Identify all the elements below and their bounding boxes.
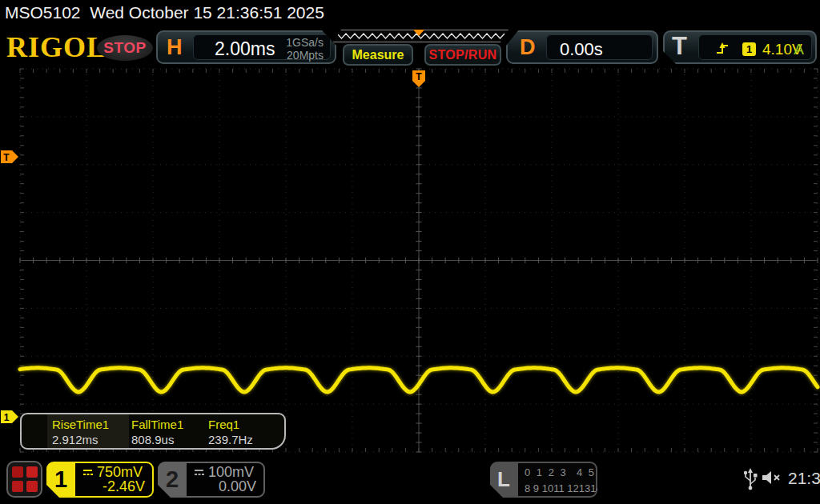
measurement-label: Freq1 xyxy=(208,418,253,431)
svg-text:T: T xyxy=(416,71,422,82)
grid-square-icon xyxy=(12,481,23,492)
measurement-item[interactable]: Freq1 239.7Hz xyxy=(208,414,253,448)
grid-square-icon xyxy=(26,466,38,478)
trigger-position-marker[interactable]: T xyxy=(412,70,425,87)
measurement-value: 808.9us xyxy=(131,433,183,446)
logic-channels: 0 1 2 3 4 5 6 7 8 9 1011 12131415 xyxy=(518,463,596,496)
channel1-offset-marker[interactable]: 1 xyxy=(1,410,18,423)
trigger-level-marker[interactable]: T xyxy=(1,150,18,163)
usb-icon xyxy=(743,466,758,492)
channel2-offset-value: 0.00V xyxy=(219,478,256,495)
channel2-status-block[interactable]: 2 100mV 0.00V xyxy=(158,462,265,498)
oscilloscope-screen: MSO5102 Wed October 15 21:36:51 2025 RIG… xyxy=(0,0,820,504)
dc-coupling-icon xyxy=(82,467,94,478)
svg-text:1: 1 xyxy=(4,412,10,423)
measurement-value: 239.7Hz xyxy=(208,433,253,446)
svg-text:T: T xyxy=(3,152,10,163)
grid-square-icon xyxy=(12,466,23,478)
measurement-label: RiseTime1 xyxy=(52,418,109,431)
measurement-item[interactable]: RiseTime1 2.912ms xyxy=(52,414,109,448)
measurement-label: FallTime1 xyxy=(131,418,183,431)
logic-row1: 0 1 2 3 4 5 6 7 xyxy=(525,465,596,481)
dc-coupling-icon xyxy=(193,467,205,478)
clock-time: 21:36 xyxy=(788,469,820,488)
logic-analyzer-block[interactable]: L 0 1 2 3 4 5 6 7 8 9 1011 12131415 xyxy=(490,462,597,498)
channel1-status-block[interactable]: 1 750mV -2.46V xyxy=(46,462,154,498)
measurement-results-box[interactable]: RiseTime1 2.912ms FallTime1 808.9us Freq… xyxy=(20,413,286,450)
channel1-offset-value: -2.46V xyxy=(102,478,145,495)
speaker-muted-icon xyxy=(761,470,783,486)
logic-row2: 8 9 1011 12131415 xyxy=(525,481,596,497)
measurement-value: 2.912ms xyxy=(52,433,109,446)
grid-square-icon xyxy=(26,481,38,492)
channel2-area: 100mV 0.00V xyxy=(187,463,263,496)
channel1-area: 750mV -2.46V xyxy=(75,463,152,496)
measurement-item[interactable]: FallTime1 808.9us xyxy=(131,414,183,448)
menu-grid-button[interactable] xyxy=(6,461,42,498)
